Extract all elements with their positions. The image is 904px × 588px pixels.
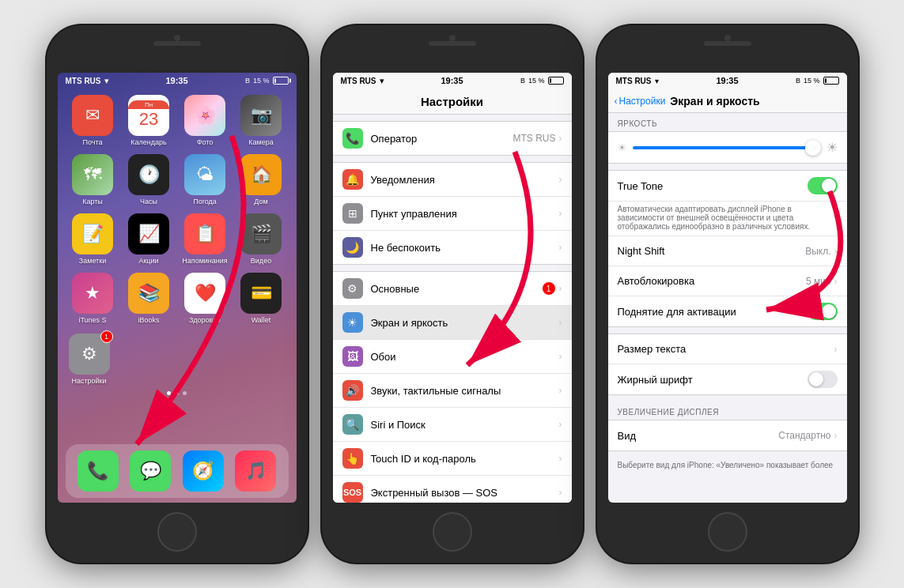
notifications-chevron: › xyxy=(559,174,562,185)
row-notifications[interactable]: 🔔 Уведомления › xyxy=(333,163,572,197)
app-ibooks-icon: 📚 xyxy=(128,273,169,314)
app-clock[interactable]: 🕐 Часы xyxy=(125,154,173,205)
general-label: Основные xyxy=(371,283,542,295)
app-maps[interactable]: 🗺 Карты xyxy=(69,154,117,205)
time-1: 19:35 xyxy=(165,76,187,85)
app-camera[interactable]: 📷 Камера xyxy=(237,95,286,146)
row-touchid[interactable]: 👆 Touch ID и код-пароль › xyxy=(333,442,572,476)
true-tone-toggle[interactable] xyxy=(808,177,838,194)
phone-2-home-button[interactable] xyxy=(433,512,472,552)
app-wallet[interactable]: 💳 Wallet xyxy=(237,273,286,324)
settings-section-operator: 📞 Оператор MTS RUS › xyxy=(333,121,572,156)
row-general[interactable]: ⚙ Основные 1 › xyxy=(333,272,572,306)
app-ibooks[interactable]: 📚 iBooks xyxy=(125,273,173,324)
nav-bar-settings: Настройки xyxy=(333,89,572,115)
brightness-section-header: ЯРКОСТЬ xyxy=(608,113,847,131)
app-health[interactable]: ❤️ Здоровье xyxy=(181,273,229,324)
status-left-2: MTS RUS ▾ xyxy=(341,76,384,86)
display-section-3: Вид Стандартно › xyxy=(608,420,847,451)
app-maps-label: Карты xyxy=(82,198,103,205)
row-night-shift[interactable]: Night Shift Выкл. › xyxy=(608,236,847,266)
touchid-icon: 👆 xyxy=(342,448,363,469)
brightness-max-icon: ☀ xyxy=(826,140,838,155)
settings-title: Настройки xyxy=(421,95,483,108)
app-stocks-icon: 📈 xyxy=(128,213,169,254)
phone-2-screen: MTS RUS ▾ 19:35 B 15 % Настройки xyxy=(333,73,572,503)
dock-music-icon: 🎵 xyxy=(235,450,276,492)
app-maps-icon: 🗺 xyxy=(72,154,113,195)
app-itunes[interactable]: ★ iTunes S xyxy=(69,273,117,324)
app-reminders-label: Напоминания xyxy=(182,257,227,265)
settings-row-phone1: ⚙ 1 Настройки xyxy=(58,330,297,388)
app-home[interactable]: 🏠 Дом xyxy=(237,154,286,205)
row-operator[interactable]: 📞 Оператор MTS RUS › xyxy=(333,122,572,155)
app-notes[interactable]: 📝 Заметки xyxy=(69,213,117,265)
phone-1: MTS RUS ▾ 19:35 B 15 % ✉ Почта Пн xyxy=(47,25,308,563)
zoom-footer: Выберите вид для iPhone: «Увеличено» пок… xyxy=(608,458,847,476)
app-mail[interactable]: ✉ Почта xyxy=(69,95,117,146)
app-calendar[interactable]: Пн 23 Календарь xyxy=(125,95,173,146)
row-text-size[interactable]: Размер текста › xyxy=(608,334,847,364)
dock-safari[interactable]: 🧭 xyxy=(183,450,224,492)
night-shift-chevron: › xyxy=(834,246,838,257)
bold-text-toggle[interactable] xyxy=(808,371,838,388)
phone-1-home-button[interactable] xyxy=(157,512,197,552)
app-reminders[interactable]: 📋 Напоминания xyxy=(181,213,229,265)
app-home-label: Дом xyxy=(254,198,267,205)
row-auto-lock[interactable]: Автоблокировка 5 мин › xyxy=(608,266,847,296)
app-notes-label: Заметки xyxy=(79,257,106,265)
phone-3-home-button[interactable] xyxy=(708,512,747,552)
row-sos[interactable]: SOS Экстренный вызов — SOS › xyxy=(333,476,572,503)
control-center-chevron: › xyxy=(559,208,562,219)
app-photos-icon: 🌸 xyxy=(184,95,225,136)
settings-badge: 1 xyxy=(100,330,113,343)
phone-3: MTS RUS ▾ 19:35 B 15 % ‹ Настройки Экран… xyxy=(597,25,858,563)
app-home-icon: 🏠 xyxy=(240,154,282,195)
dnd-chevron: › xyxy=(559,242,562,253)
dock-phone-icon: 📞 xyxy=(78,450,119,492)
row-sounds[interactable]: 🔊 Звуки, тактильные сигналы › xyxy=(333,374,572,408)
row-control-center[interactable]: ⊞ Пункт управления › xyxy=(333,197,572,231)
text-size-label: Размер текста xyxy=(618,343,834,355)
status-right-1: B 15 % xyxy=(245,77,289,85)
siri-chevron: › xyxy=(559,419,562,430)
carrier-1: MTS RUS xyxy=(66,77,101,85)
row-dnd[interactable]: 🌙 Не беспокоить › xyxy=(333,231,572,264)
app-video[interactable]: 🎬 Видео xyxy=(237,213,286,265)
dock-messages[interactable]: 💬 xyxy=(130,450,171,492)
battery-pct-3: 15 % xyxy=(804,77,820,85)
app-mail-label: Почта xyxy=(83,138,103,146)
text-size-chevron: › xyxy=(834,344,838,355)
back-button[interactable]: ‹ Настройки xyxy=(615,96,666,107)
row-siri[interactable]: 🔍 Siri и Поиск › xyxy=(333,408,572,442)
dock-messages-icon: 💬 xyxy=(130,450,171,492)
app-photos[interactable]: 🌸 Фото xyxy=(181,95,229,146)
dock: 📞 💬 🧭 🎵 xyxy=(66,444,289,498)
notifications-icon: 🔔 xyxy=(342,169,363,190)
display-content: ЯРКОСТЬ ☀ ☀ True Tone Автоматически адап… xyxy=(608,113,847,503)
status-right-3: B 15 % xyxy=(796,77,839,85)
battery-pct-1: 15 % xyxy=(253,77,270,85)
view-value: Стандартно xyxy=(778,430,830,441)
app-video-label: Видео xyxy=(251,257,271,265)
brightness-slider[interactable] xyxy=(633,146,820,149)
auto-lock-value: 5 мин xyxy=(806,276,831,287)
dock-phone[interactable]: 📞 xyxy=(78,450,119,492)
settings-section-2: 🔔 Уведомления › ⊞ Пункт управления › 🌙 Н… xyxy=(333,162,572,265)
phone-1-speaker xyxy=(153,41,201,46)
row-display[interactable]: ☀ Экран и яркость › xyxy=(333,306,572,340)
battery-icon-2 xyxy=(548,77,564,85)
bt-icon-2: B xyxy=(520,77,525,85)
siri-icon: 🔍 xyxy=(342,414,363,435)
row-wallpaper[interactable]: 🖼 Обои › xyxy=(333,340,572,374)
app-weather-label: Погода xyxy=(193,198,217,205)
bold-text-label: Жирный шрифт xyxy=(618,374,808,386)
row-view[interactable]: Вид Стандартно › xyxy=(608,420,847,450)
back-label: Настройки xyxy=(619,96,666,107)
dock-music[interactable]: 🎵 xyxy=(235,450,276,492)
back-nav-display: ‹ Настройки Экран и яркость xyxy=(608,89,847,113)
app-weather[interactable]: 🌤 Погода xyxy=(181,154,229,205)
app-stocks[interactable]: 📈 Акции xyxy=(125,213,173,265)
raise-to-wake-toggle[interactable] xyxy=(808,303,838,320)
app-settings[interactable]: ⚙ 1 Настройки xyxy=(69,334,110,385)
